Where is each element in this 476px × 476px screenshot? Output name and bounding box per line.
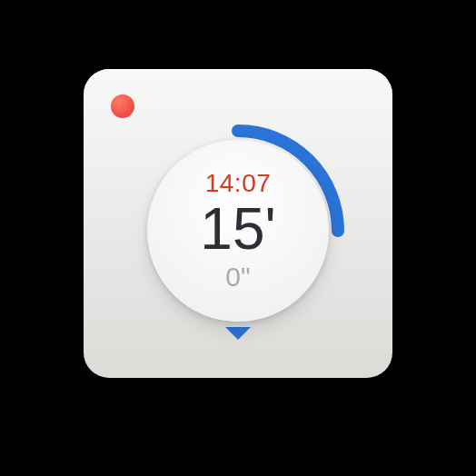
seconds-remaining: 0" bbox=[225, 262, 250, 293]
timer-face: 14:07 15' 0" bbox=[147, 140, 329, 322]
timer-dial[interactable]: 14:07 15' 0" bbox=[129, 122, 347, 340]
clock-time: 14:07 bbox=[205, 169, 272, 198]
minutes-remaining: 15' bbox=[200, 200, 275, 258]
timer-widget[interactable]: 14:07 15' 0" bbox=[84, 69, 392, 378]
record-indicator-icon bbox=[111, 94, 134, 118]
